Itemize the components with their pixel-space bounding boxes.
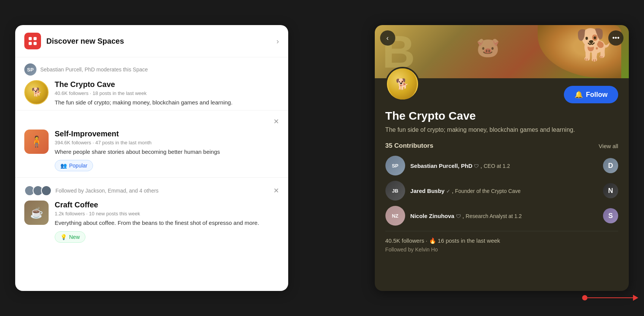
right-space-title: The Crypto Cave — [385, 109, 618, 122]
footer-stats: 40.5K followers · 🔥 16 posts in the last… — [385, 237, 618, 244]
moderator-row: SP Sebastian Purcell, PhD moderates this… — [24, 63, 279, 76]
contributors-count: 35 Contributors — [385, 142, 434, 150]
contributor-secondary-avatar-1: N — [603, 183, 618, 198]
divider — [385, 231, 618, 231]
space-section-craftcoffee: Followed by Jackson, Emmad, and 4 others… — [15, 178, 288, 249]
more-options-button[interactable]: ••• — [608, 30, 623, 46]
contributor-avatar-initials-2: NZ — [392, 213, 398, 219]
discover-header-left: Discover new Spaces — [24, 33, 124, 49]
crypto-cave-info: The Crypto Cave 40.6K followers · 18 pos… — [55, 80, 279, 107]
profile-row: 🐕 🔔 Follow — [385, 67, 618, 103]
self-improvement-info: Self-Improvement 394.6K followers · 47 p… — [55, 130, 279, 172]
red-arrowhead — [633, 295, 638, 301]
contributor-name-2: Nicole Zinuhova — [410, 213, 455, 219]
contributor-avatar-initials-0: SP — [392, 163, 398, 169]
popular-badge[interactable]: 👥 Popular — [55, 160, 93, 171]
contributor-role-2: Research Analyst at 1.2 — [466, 213, 522, 219]
self-improvement-name: Self-Improvement — [55, 130, 279, 138]
contributor-secondary-initial-2: S — [608, 212, 613, 220]
contributor-secondary-avatar-0: D — [603, 158, 618, 173]
followed-by-text: Followed by Jackson, Emmad, and 4 others — [55, 188, 159, 194]
new-badge-label: New — [69, 234, 80, 240]
svg-rect-3 — [33, 42, 36, 45]
spaces-icon-box — [24, 33, 41, 49]
right-panel: B 🐕 🐷 ‹ ••• 🐕 🔔 Follow The Crypto — [375, 25, 629, 291]
craft-coffee-name: Craft Coffee — [55, 201, 279, 209]
popular-badge-icon: 👥 — [60, 163, 67, 169]
follow-icon: 🔔 — [575, 90, 583, 99]
follow-label: Follow — [586, 91, 608, 99]
discover-title: Discover new Spaces — [46, 37, 124, 46]
profile-avatar-large: 🐕 — [385, 67, 420, 101]
discover-header: Discover new Spaces › — [15, 25, 288, 57]
main-container: Discover new Spaces › SP Sebastian Purce… — [0, 0, 644, 316]
space-section-selfimprovement: ✕ 🧍 Self-Improvement 394.6K followers · … — [15, 111, 288, 178]
moderator-text-crypto: Sebastian Purcell, PhD moderates this Sp… — [40, 66, 148, 73]
contributor-avatar-0: SP — [385, 156, 405, 175]
red-line — [587, 297, 633, 298]
craft-coffee-avatar: ☕ — [24, 201, 49, 225]
space-card-crypto[interactable]: 🐕 The Crypto Cave 40.6K followers · 18 p… — [24, 80, 279, 107]
followed-row: Followed by Jackson, Emmad, and 4 others — [24, 185, 159, 196]
new-badge[interactable]: 💡 New — [55, 231, 85, 243]
contributor-role-separator-0: , — [480, 163, 483, 169]
red-arrow-connector — [582, 295, 638, 301]
crypto-cave-meta: 40.6K followers · 18 posts in the last w… — [55, 90, 279, 96]
contributor-item-2[interactable]: NZ Nicole Zinuhova 🛡 , Research Analyst … — [385, 206, 618, 226]
contributors-row: 35 Contributors View all — [385, 142, 618, 150]
left-panel: Discover new Spaces › SP Sebastian Purce… — [15, 25, 288, 291]
pig-art: 🐷 — [476, 36, 500, 58]
chevron-right-icon[interactable]: › — [276, 37, 279, 46]
contributor-secondary-avatar-2: S — [603, 208, 618, 223]
right-content: 🐕 🔔 Follow The Crypto Cave The fun side … — [375, 67, 629, 262]
moderator-left: SP Sebastian Purcell, PhD moderates this… — [24, 63, 148, 76]
contributor-item-0[interactable]: SP Sebastian Purcell, PhD 🛡 , CEO at 1.2… — [385, 156, 618, 175]
new-badge-icon: 💡 — [60, 234, 67, 240]
contributor-name-0: Sebastian Purcell, PhD — [410, 163, 472, 169]
contributor-role-separator-2: , — [462, 213, 466, 219]
svg-rect-1 — [33, 37, 36, 40]
crypto-cave-desc: The fun side of crypto; making money, bl… — [55, 98, 279, 107]
crypto-cave-name: The Crypto Cave — [55, 80, 279, 89]
right-space-desc: The fun side of crypto; making money, bl… — [385, 125, 618, 134]
contributor-avatar-initials-1: JB — [392, 188, 398, 194]
space-section-crypto: SP Sebastian Purcell, PhD moderates this… — [15, 57, 288, 111]
back-button[interactable]: ‹ — [380, 30, 395, 46]
self-improvement-close-button[interactable]: ✕ — [273, 118, 279, 125]
space-card-selfimprovement[interactable]: 🧍 Self-Improvement 394.6K followers · 47… — [24, 130, 279, 172]
crypto-cave-avatar: 🐕 — [24, 80, 49, 104]
contributor-badge-icon-2: 🛡 — [456, 213, 461, 219]
craft-coffee-meta: 1.2k followers · 10 new posts this week — [55, 211, 279, 216]
self-improvement-meta: 394.6K followers · 47 posts in the last … — [55, 140, 279, 145]
contributor-item-1[interactable]: JB Jared Busby ✓ , Founder of the Crypto… — [385, 181, 618, 201]
footer-followed: Followed by Kelvin Ho — [385, 246, 618, 253]
self-improvement-avatar: 🧍 — [24, 130, 49, 154]
contributor-badge-icon-0: 🛡 — [474, 163, 479, 169]
craft-coffee-desc: Everything about coffee. From the beans … — [55, 219, 279, 228]
svg-rect-0 — [29, 37, 32, 40]
contributor-info-0: Sebastian Purcell, PhD 🛡 , CEO at 1.2 — [410, 163, 598, 169]
contributor-info-1: Jared Busby ✓ , Founder of the Crypto Ca… — [410, 188, 598, 194]
contributor-secondary-initial-1: N — [608, 187, 613, 195]
craft-coffee-close-button[interactable]: ✕ — [273, 187, 279, 194]
self-improvement-header-row: ✕ — [24, 118, 279, 125]
contributor-avatar-1: JB — [385, 181, 405, 201]
contributor-avatar-2: NZ — [385, 206, 405, 226]
svg-rect-2 — [29, 42, 32, 45]
doge-art: 🐕 — [576, 27, 614, 63]
follow-button[interactable]: 🔔 Follow — [564, 86, 618, 103]
contributor-role-0: CEO at 1.2 — [484, 163, 510, 169]
moderator-avatar-sp: SP — [24, 63, 36, 76]
followed-avatar-3 — [41, 185, 52, 196]
view-all-button[interactable]: View all — [599, 143, 618, 149]
contributor-secondary-initial-0: D — [608, 162, 613, 170]
followed-avatars — [24, 185, 52, 196]
contributor-badge-icon-1: ✓ — [446, 188, 450, 194]
space-card-craftcoffee[interactable]: ☕ Craft Coffee 1.2k followers · 10 new p… — [24, 201, 279, 243]
self-improvement-desc: Where people share stories about becomin… — [55, 148, 279, 156]
red-dot — [582, 295, 587, 300]
contributor-name-1: Jared Busby — [410, 188, 445, 194]
contributor-info-2: Nicole Zinuhova 🛡 , Research Analyst at … — [410, 213, 598, 219]
craft-coffee-info: Craft Coffee 1.2k followers · 10 new pos… — [55, 201, 279, 243]
doge-coin-avatar: 🐕 — [387, 67, 418, 101]
